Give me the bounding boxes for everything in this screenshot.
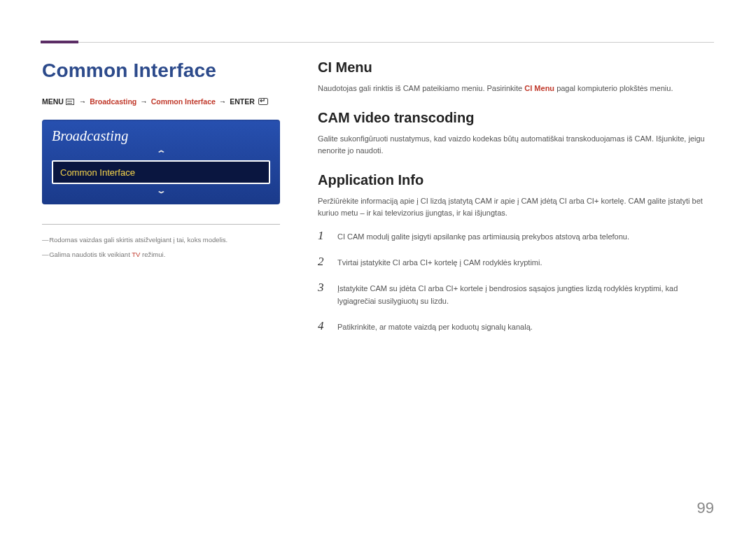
- osd-item-label: Common Interface: [60, 167, 135, 178]
- heading-ci-menu: CI Menu: [318, 59, 714, 76]
- divider: [42, 224, 280, 225]
- step-number: 3: [318, 281, 328, 295]
- step-number: 1: [318, 229, 328, 243]
- step-number: 2: [318, 255, 328, 269]
- heading-application-info: Application Info: [318, 172, 714, 188]
- paragraph-red: CI Menu: [524, 84, 554, 92]
- step-item: 1 CI CAM modulį galite įsigyti apsilankę…: [318, 229, 714, 244]
- arrow-icon: →: [219, 97, 227, 106]
- menu-icon: [66, 99, 74, 105]
- paragraph-text: Naudotojas gali rinktis iš CAM pateikiam…: [318, 84, 524, 92]
- step-text: CI CAM modulį galite įsigyti apsilankę p…: [337, 229, 714, 244]
- arrow-icon: →: [79, 97, 87, 106]
- osd-panel: Broadcasting Common Interface: [42, 120, 280, 204]
- page-title: Common Interface: [42, 59, 280, 82]
- breadcrumb-enter-label: ENTER: [230, 97, 255, 106]
- enter-icon: [258, 98, 268, 105]
- step-text: Patikrinkite, ar matote vaizdą per koduo…: [337, 319, 714, 334]
- top-rule-accent: [42, 42, 714, 43]
- step-text: Tvirtai įstatykite CI arba CI+ kortelę į…: [337, 255, 714, 269]
- step-text: Įstatykite CAM su įdėta CI arba CI+ kort…: [337, 281, 714, 308]
- left-column: Common Interface MENU → Broadcasting → C…: [42, 59, 280, 345]
- step-number: 4: [318, 319, 328, 333]
- osd-panel-title: Broadcasting: [52, 128, 270, 144]
- footnote-tv-mode: Galima naudotis tik veikiant TV režimui.: [42, 249, 280, 260]
- footnote-text: Galima naudotis tik veikiant: [49, 251, 132, 258]
- footnote-model: Rodomas vaizdas gali skirtis atsižvelgia…: [42, 234, 280, 245]
- breadcrumb-step-broadcasting: Broadcasting: [90, 97, 136, 106]
- right-column: CI Menu Naudotojas gali rinktis iš CAM p…: [318, 59, 714, 345]
- two-column-layout: Common Interface MENU → Broadcasting → C…: [42, 59, 714, 345]
- step-item: 4 Patikrinkite, ar matote vaizdą per kod…: [318, 319, 714, 334]
- paragraph-ci-menu: Naudotojas gali rinktis iš CAM pateikiam…: [318, 83, 714, 94]
- paragraph-text: pagal kompiuterio plokštės meniu.: [554, 84, 673, 92]
- arrow-icon: →: [140, 97, 148, 106]
- page-number: 99: [697, 499, 714, 517]
- osd-selected-item: Common Interface: [52, 160, 270, 184]
- breadcrumb-menu-label: MENU: [42, 97, 64, 106]
- menu-breadcrumb: MENU → Broadcasting → Common Interface →…: [42, 97, 280, 106]
- footnote-red: TV: [132, 251, 140, 258]
- breadcrumb-step-common-interface: Common Interface: [151, 97, 216, 106]
- heading-cam-video-transcoding: CAM video transcoding: [318, 110, 714, 126]
- document-page: Common Interface MENU → Broadcasting → C…: [0, 0, 756, 345]
- footnote-text: režimui.: [140, 251, 165, 258]
- ordered-steps: 1 CI CAM modulį galite įsigyti apsilankę…: [318, 229, 714, 333]
- step-item: 2 Tvirtai įstatykite CI arba CI+ kortelę…: [318, 255, 714, 269]
- step-item: 3 Įstatykite CAM su įdėta CI arba CI+ ko…: [318, 281, 714, 308]
- chevron-down-icon: [52, 187, 270, 195]
- paragraph-application-info: Peržiūrėkite informaciją apie į CI lizdą…: [318, 195, 714, 219]
- paragraph-cam-video-transcoding: Galite sukonfigūruoti nustatymus, kad va…: [318, 133, 714, 157]
- chevron-up-icon: [52, 150, 270, 157]
